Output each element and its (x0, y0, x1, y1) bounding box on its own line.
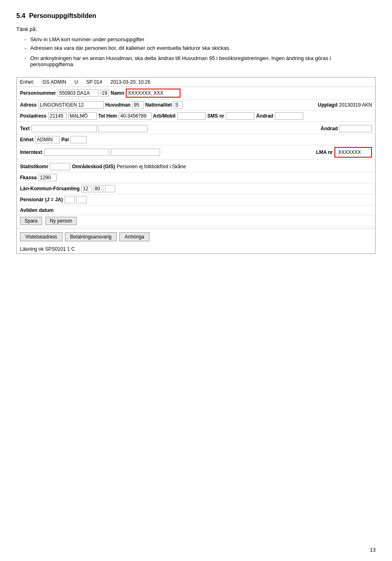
status-line: Läsning ok SPS0101 1 C (17, 245, 375, 254)
personnummer-label: Personnummer (20, 90, 56, 96)
namn-label: Namn (111, 90, 124, 96)
form-row-adress: Adress Huvudman Nationalitet Upplagd 201… (17, 100, 375, 111)
form-row-avliden: Avliden datum (17, 205, 375, 215)
status-text: Läsning ok SPS0101 1 C (20, 246, 75, 252)
statistikomr-label: Statistikomr (20, 164, 48, 169)
date-value: 2013-03-20; 10:26 (110, 79, 150, 85)
enhet-row5-label: Enhet (20, 137, 33, 142)
tel-input[interactable] (119, 112, 151, 120)
form-row-fkassa: Fkassa (17, 172, 375, 183)
form-row-enhet: Enhet Pal (17, 134, 375, 145)
bullet-item-2: Adressen ska vara där personen bor, dit … (24, 45, 376, 51)
fkassa-input[interactable] (38, 174, 57, 181)
tab-vistelseadress[interactable]: Vistelseadress (20, 232, 62, 241)
enhet-value: GS ADMIN (42, 79, 67, 85)
nationalitet-input[interactable] (174, 101, 183, 109)
text-label: Text (20, 126, 30, 131)
andrad-input-row4[interactable] (339, 125, 372, 132)
bullet-item-3: Om anknytningen har en annan Huvudman, s… (24, 55, 376, 67)
personnummer-field2[interactable] (100, 89, 109, 97)
sp-value: SP 014 (86, 79, 102, 85)
form-row-interntext: Interntext LMA nr (17, 145, 375, 160)
upplagd-value: 20130319 AKN (339, 102, 372, 108)
ort-input[interactable] (68, 112, 97, 120)
interntext-label: Interntext (20, 149, 42, 155)
ny-person-button[interactable]: Ny person (45, 217, 77, 225)
statistikomr-input[interactable] (50, 163, 70, 170)
huvudman-label: Huvudman (105, 102, 131, 108)
u-value: U (74, 79, 78, 85)
lan-label: Län-Kommun-Församling (20, 186, 80, 191)
sms-label: SMS nr (207, 113, 224, 119)
enhet-row5-input[interactable] (35, 136, 60, 143)
sms-input[interactable] (226, 112, 254, 120)
andrad-input-row3[interactable] (275, 112, 303, 120)
namn-input[interactable] (127, 89, 180, 97)
nationalitet-label: Nationalitet (145, 102, 172, 108)
form-row-text: Text Ändrad (17, 123, 375, 134)
tab-anhoriga[interactable]: Anhöriga (119, 232, 149, 241)
arb-label: Arb/Mobil (153, 113, 176, 119)
omradeskod-label: Områdeskod (GIS) (72, 164, 115, 169)
namn-box (126, 89, 180, 98)
form-header: Enhet: GS ADMIN U SP 014 2013-03-20; 10:… (17, 78, 375, 87)
upplagd-label: Upplagd (318, 102, 337, 108)
forsamling-input[interactable] (105, 185, 115, 192)
text-input1[interactable] (31, 125, 97, 132)
pensionar-label: Pensionär (J = JA) (20, 197, 63, 203)
enhet-label: Enhet: (20, 79, 34, 85)
fkassa-label: Fkassa (20, 175, 37, 180)
form-row-buttons: Spara Ny person (17, 215, 375, 227)
form-row-statistikomr: Statistikomr Områdeskod (GIS) Personen e… (17, 161, 375, 172)
form-row-pensionar: Pensionär (J = JA) (17, 194, 375, 205)
pensionar-input1[interactable] (65, 196, 75, 203)
arb-input[interactable] (177, 112, 206, 120)
pensionar-input2[interactable] (76, 196, 87, 203)
form-row-postadress: Postadress Tel Hem Arb/Mobil SMS nr Ändr… (17, 111, 375, 122)
section-heading: 5.4 Personuppgiftsbilden (16, 12, 376, 20)
lan-input[interactable] (81, 185, 91, 192)
pal-input[interactable] (70, 136, 87, 143)
person-form: Enhet: GS ADMIN U SP 014 2013-03-20; 10:… (16, 77, 376, 254)
bullet-list-2: Om anknytningen har en annan Huvudman, s… (24, 55, 376, 67)
form-row-lan: Län-Kommun-Församling (17, 183, 375, 194)
adress-input[interactable] (38, 101, 104, 109)
kommun-input[interactable] (93, 185, 103, 192)
tab-betalningsansvarig[interactable]: Betalningsansvarig (65, 232, 117, 241)
lma-label: LMA nr (316, 149, 333, 155)
avliden-label: Avliden datum (20, 207, 53, 213)
intro-text: Tänk på: (16, 26, 376, 32)
interntext-input1[interactable] (44, 149, 109, 156)
bullet-item-1: Skriv in LMA kort nummer under personupp… (24, 36, 376, 42)
pal-label: Pal (61, 137, 69, 142)
adress-label: Adress (20, 102, 37, 108)
lma-input[interactable] (337, 149, 370, 156)
form-row-personnummer: Personnummer Namn (17, 87, 375, 100)
andrad-label-row4: Ändrad (321, 126, 338, 131)
bottom-tabs: Vistelseadress Betalningsansvarig Anhöri… (17, 229, 375, 245)
bullet-list: Skriv in LMA kort nummer under personupp… (24, 36, 376, 51)
personnummer-input[interactable] (58, 89, 98, 97)
interntext-input2[interactable] (111, 149, 160, 156)
lma-box (334, 147, 372, 158)
postadress-input[interactable] (48, 112, 67, 120)
omradeskod-value: Personen ej folkbokförd i Skåne (117, 164, 186, 169)
spara-button[interactable]: Spara (20, 217, 42, 225)
andrad-label-row3: Ändrad (256, 113, 273, 119)
postadress-label: Postadress (20, 113, 47, 119)
huvudman-input[interactable] (132, 101, 144, 109)
text-input2[interactable] (98, 125, 147, 132)
tel-label: Tel Hem (98, 113, 117, 119)
